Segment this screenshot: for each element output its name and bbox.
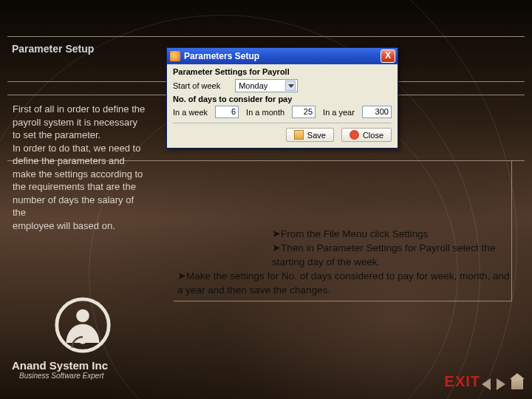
in-year-input[interactable]: 300 <box>362 106 392 118</box>
nav-controls <box>482 378 523 390</box>
window-close-button[interactable]: X <box>381 50 395 63</box>
next-slide-button[interactable] <box>497 378 505 390</box>
in-year-label: In a year <box>323 108 355 117</box>
window-subtitle: Parameter Settings for Payroll <box>173 67 392 76</box>
prev-slide-button[interactable] <box>482 378 491 390</box>
parameters-setup-window: Parameters Setup X Parameter Settings fo… <box>166 47 398 149</box>
in-week-label: In a week <box>173 108 208 117</box>
bullet-icon: ➤ <box>272 242 281 253</box>
bullet-icon: ➤ <box>272 228 281 239</box>
start-of-week-label: Start of week <box>173 81 220 90</box>
close-button[interactable]: Close <box>341 128 392 142</box>
window-title: Parameters Setup <box>184 51 259 61</box>
save-button-label: Save <box>307 131 326 140</box>
desc-p1: First of all in order to define the payr… <box>13 103 145 140</box>
footer: Anand System Inc Business Software Exper… <box>12 359 108 380</box>
instruction-list: ➤From the File Menu click Settings ➤Then… <box>177 228 510 297</box>
bullet-icon: ➤ <box>177 270 186 282</box>
start-of-week-value: Monday <box>239 81 267 90</box>
exit-button[interactable]: EXIT <box>445 373 480 390</box>
window-titlebar[interactable]: Parameters Setup X <box>167 48 398 64</box>
svg-point-1 <box>76 309 89 322</box>
company-tagline: Business Software Expert <box>19 372 108 380</box>
bullet-item: ➤Then in Parameter Settings for Payroll … <box>177 242 510 270</box>
company-name: Anand System Inc <box>12 359 108 372</box>
in-month-label: In a month <box>246 108 284 117</box>
window-body: Parameter Settings for Payroll Start of … <box>167 64 398 148</box>
description-text: First of all in order to define the payr… <box>13 103 147 232</box>
in-week-input[interactable]: 6 <box>215 106 239 118</box>
close-button-label: Close <box>363 131 383 140</box>
separator <box>173 123 392 123</box>
close-icon <box>349 130 359 140</box>
home-button[interactable] <box>511 379 523 389</box>
chevron-down-icon <box>285 81 296 91</box>
desc-p2: In order to do that, we need to define t… <box>13 143 143 219</box>
desc-p3: employee will based on. <box>13 220 115 231</box>
bullet-text: Make the settings for No. of days consid… <box>177 270 509 296</box>
app-icon <box>170 51 180 61</box>
save-button[interactable]: Save <box>286 128 334 142</box>
days-group-label: No. of days to consider for pay <box>173 95 292 103</box>
in-month-input[interactable]: 25 <box>292 106 316 118</box>
bullet-item: ➤Make the settings for No. of days consi… <box>177 270 510 298</box>
save-icon <box>294 130 304 140</box>
bullet-item: ➤From the File Menu click Settings <box>177 228 510 242</box>
company-logo-icon <box>53 296 112 355</box>
start-of-week-select[interactable]: Monday <box>235 79 298 92</box>
bullet-text: Then in Parameter Settings for Payroll s… <box>272 242 495 267</box>
bullet-text: From the File Menu click Settings <box>281 228 429 239</box>
